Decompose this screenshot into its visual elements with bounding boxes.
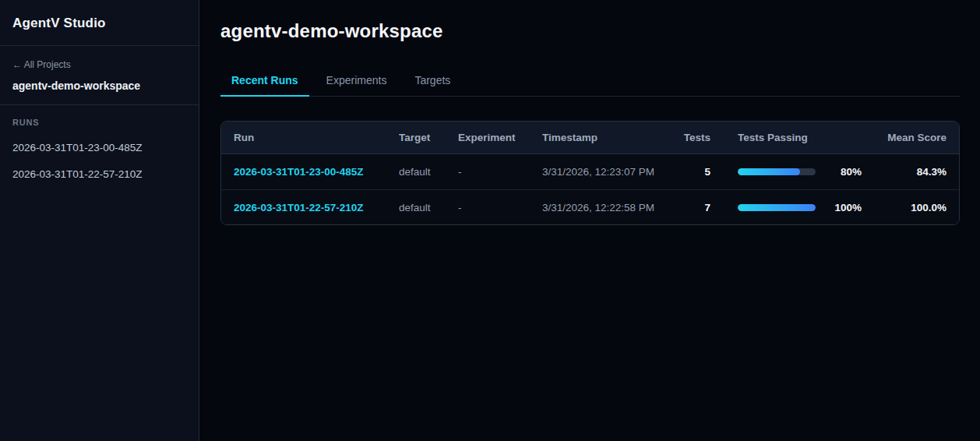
tests-passing-percent: 80% bbox=[816, 166, 862, 178]
tests-passing-cell: 100% bbox=[710, 202, 862, 213]
sidebar-run-item[interactable]: 2026-03-31T01-22-57-210Z bbox=[12, 168, 186, 180]
target-cell: default bbox=[399, 202, 458, 213]
column-header-tests: Tests bbox=[667, 132, 710, 143]
app-title: AgentV Studio bbox=[0, 0, 199, 46]
table-row: 2026-03-31T01-22-57-210Z default - 3/31/… bbox=[221, 189, 959, 224]
run-link[interactable]: 2026-03-31T01-23-00-485Z bbox=[234, 166, 364, 178]
tests-count-cell: 5 bbox=[667, 166, 710, 178]
tab-targets[interactable]: Targets bbox=[404, 68, 461, 97]
run-link[interactable]: 2026-03-31T01-22-57-210Z bbox=[234, 202, 364, 213]
table-header-row: Run Target Experiment Timestamp Tests Te… bbox=[221, 122, 959, 154]
column-header-tests-passing: Tests Passing bbox=[710, 132, 862, 143]
tab-bar: Recent Runs Experiments Targets bbox=[220, 68, 960, 97]
experiment-cell: - bbox=[458, 166, 542, 178]
timestamp-cell: 3/31/2026, 12:23:07 PM bbox=[542, 166, 667, 178]
sidebar-runs-section: RUNS 2026-03-31T01-23-00-485Z 2026-03-31… bbox=[0, 105, 199, 192]
timestamp-cell: 3/31/2026, 12:22:58 PM bbox=[542, 202, 667, 213]
experiment-cell: - bbox=[458, 202, 542, 213]
tab-experiments[interactable]: Experiments bbox=[316, 68, 398, 97]
sidebar-project-section: ← All Projects agentv-demo-workspace bbox=[0, 46, 199, 105]
column-header-target: Target bbox=[399, 132, 458, 143]
column-header-mean-score: Mean Score bbox=[862, 132, 947, 143]
runs-section-heading: RUNS bbox=[12, 118, 186, 127]
main-content: agentv-demo-workspace Recent Runs Experi… bbox=[199, 0, 980, 441]
page-title: agentv-demo-workspace bbox=[220, 20, 960, 42]
tests-passing-progress-bar bbox=[738, 204, 816, 211]
column-header-run: Run bbox=[234, 132, 399, 143]
all-projects-back-link[interactable]: ← All Projects bbox=[12, 59, 71, 70]
tests-count-cell: 7 bbox=[667, 202, 710, 213]
target-cell: default bbox=[399, 166, 458, 178]
mean-score-cell: 84.3% bbox=[862, 166, 947, 178]
tests-passing-progress-bar bbox=[738, 168, 816, 175]
tests-passing-percent: 100% bbox=[816, 202, 862, 213]
mean-score-cell: 100.0% bbox=[862, 202, 947, 213]
tests-passing-cell: 80% bbox=[710, 166, 862, 178]
column-header-experiment: Experiment bbox=[458, 132, 542, 143]
sidebar-run-item[interactable]: 2026-03-31T01-23-00-485Z bbox=[12, 142, 186, 153]
sidebar: AgentV Studio ← All Projects agentv-demo… bbox=[0, 0, 199, 441]
progress-fill bbox=[738, 204, 816, 211]
sidebar-project-name: agentv-demo-workspace bbox=[12, 79, 186, 92]
progress-fill bbox=[738, 168, 800, 175]
column-header-timestamp: Timestamp bbox=[542, 132, 667, 143]
tab-recent-runs[interactable]: Recent Runs bbox=[220, 68, 309, 97]
table-row: 2026-03-31T01-23-00-485Z default - 3/31/… bbox=[221, 154, 959, 189]
recent-runs-table: Run Target Experiment Timestamp Tests Te… bbox=[220, 121, 960, 225]
